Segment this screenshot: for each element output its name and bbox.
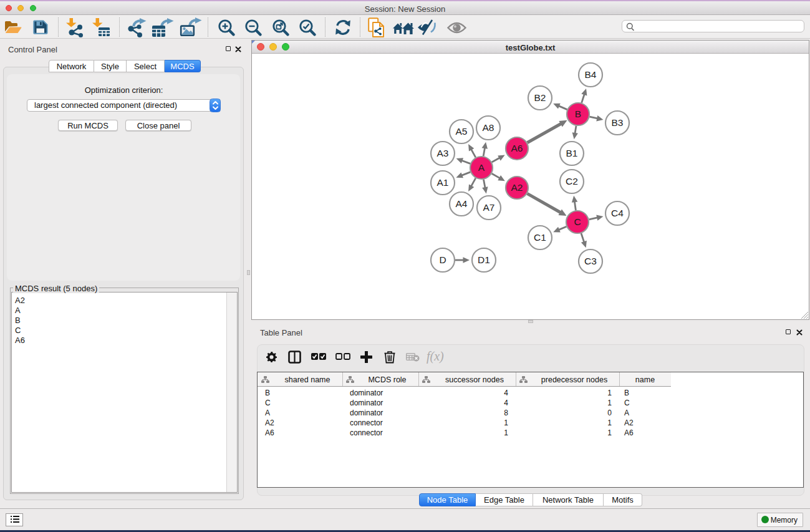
svg-text:A5: A5	[456, 126, 468, 137]
svg-text:A4: A4	[456, 198, 468, 209]
svg-text:C2: C2	[566, 176, 578, 186]
svg-text:C4: C4	[611, 208, 624, 218]
svg-text:C: C	[574, 216, 581, 227]
svg-text:B2: B2	[534, 92, 546, 103]
svg-text:A7: A7	[483, 202, 495, 213]
svg-text:A: A	[478, 162, 485, 173]
svg-text:D1: D1	[478, 254, 490, 265]
svg-text:B: B	[575, 109, 581, 119]
svg-text:C1: C1	[534, 232, 546, 243]
svg-text:B3: B3	[612, 117, 624, 128]
svg-text:C3: C3	[584, 256, 597, 266]
svg-text:A2: A2	[511, 182, 523, 193]
svg-text:D: D	[439, 254, 446, 265]
svg-text:B4: B4	[585, 69, 597, 80]
svg-text:B1: B1	[566, 148, 578, 158]
svg-text:A8: A8	[483, 122, 494, 133]
svg-text:A1: A1	[437, 177, 449, 188]
svg-text:A6: A6	[511, 143, 523, 153]
svg-text:A3: A3	[437, 148, 449, 158]
